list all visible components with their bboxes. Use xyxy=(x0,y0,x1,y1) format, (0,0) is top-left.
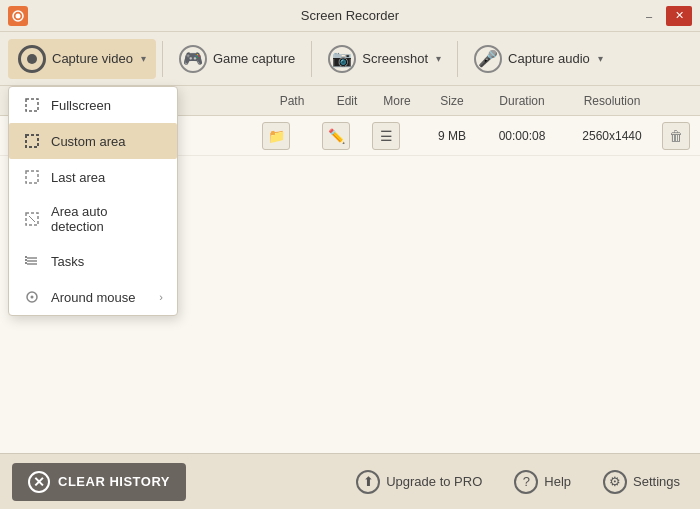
menu-item-area-auto[interactable]: Area auto detection xyxy=(9,195,177,243)
screenshot-icon: 📷 xyxy=(328,45,356,73)
th-size: Size xyxy=(422,94,482,108)
screenshot-label: Screenshot xyxy=(362,51,428,66)
svg-rect-4 xyxy=(26,171,38,183)
capture-audio-label: Capture audio xyxy=(508,51,590,66)
clear-history-icon: ✕ xyxy=(28,471,50,493)
menu-item-fullscreen[interactable]: Fullscreen xyxy=(9,87,177,123)
row-path-cell: 📁 xyxy=(262,122,322,150)
upgrade-label: Upgrade to PRO xyxy=(386,474,482,489)
title-bar: Screen Recorder – ✕ xyxy=(0,0,700,32)
fullscreen-label: Fullscreen xyxy=(51,98,111,113)
edit-button[interactable]: ✏️ xyxy=(322,122,350,150)
area-auto-label: Area auto detection xyxy=(51,204,163,234)
capture-video-button[interactable]: Capture video ▾ xyxy=(8,39,156,79)
separator-3 xyxy=(457,41,458,77)
custom-area-label: Custom area xyxy=(51,134,125,149)
svg-rect-11 xyxy=(25,259,27,261)
settings-button[interactable]: ⚙ Settings xyxy=(595,466,688,498)
app-icon xyxy=(8,6,28,26)
area-auto-icon xyxy=(23,210,41,228)
svg-point-14 xyxy=(31,296,34,299)
game-capture-label: Game capture xyxy=(213,51,295,66)
capture-video-arrow: ▾ xyxy=(141,53,146,64)
around-mouse-arrow: › xyxy=(159,291,163,303)
title-bar-left xyxy=(8,6,28,26)
separator-1 xyxy=(162,41,163,77)
svg-rect-3 xyxy=(26,135,38,147)
capture-audio-icon: 🎤 xyxy=(474,45,502,73)
help-icon: ? xyxy=(514,470,538,494)
tasks-icon xyxy=(23,252,41,270)
upgrade-icon: ⬆ xyxy=(356,470,380,494)
capture-video-icon xyxy=(18,45,46,73)
menu-item-last-area[interactable]: Last area xyxy=(9,159,177,195)
custom-area-icon xyxy=(23,132,41,150)
upgrade-button[interactable]: ⬆ Upgrade to PRO xyxy=(348,466,490,498)
row-duration: 00:00:08 xyxy=(482,129,562,143)
th-edit: Edit xyxy=(322,94,372,108)
capture-audio-arrow: ▾ xyxy=(598,53,603,64)
toolbar: Capture video ▾ 🎮 Game capture 📷 Screens… xyxy=(0,32,700,86)
svg-rect-2 xyxy=(26,99,38,111)
close-button[interactable]: ✕ xyxy=(666,6,692,26)
separator-2 xyxy=(311,41,312,77)
around-mouse-label: Around mouse xyxy=(51,290,136,305)
help-label: Help xyxy=(544,474,571,489)
row-delete-cell: 🗑 xyxy=(662,122,692,150)
row-resolution: 2560x1440 xyxy=(562,129,662,143)
capture-audio-button[interactable]: 🎤 Capture audio ▾ xyxy=(464,39,613,79)
fullscreen-icon xyxy=(23,96,41,114)
bottom-right-actions: ⬆ Upgrade to PRO ? Help ⚙ Settings xyxy=(348,466,688,498)
settings-icon: ⚙ xyxy=(603,470,627,494)
clear-history-label: CLEAR HISTORY xyxy=(58,474,170,489)
row-edit-cell: ✏️ xyxy=(322,122,372,150)
th-more: More xyxy=(372,94,422,108)
th-resolution: Resolution xyxy=(562,94,662,108)
open-path-button[interactable]: 📁 xyxy=(262,122,290,150)
screenshot-button[interactable]: 📷 Screenshot ▾ xyxy=(318,39,451,79)
minimize-button[interactable]: – xyxy=(636,6,662,26)
row-more-cell: ☰ xyxy=(372,122,422,150)
bottom-bar: ✕ CLEAR HISTORY ⬆ Upgrade to PRO ? Help … xyxy=(0,453,700,509)
title-controls: – ✕ xyxy=(636,6,692,26)
svg-line-6 xyxy=(29,216,35,222)
window-title: Screen Recorder xyxy=(301,8,399,23)
th-duration: Duration xyxy=(482,94,562,108)
row-size: 9 MB xyxy=(422,129,482,143)
menu-item-tasks[interactable]: Tasks xyxy=(9,243,177,279)
svg-rect-10 xyxy=(25,256,27,258)
help-button[interactable]: ? Help xyxy=(506,466,579,498)
last-area-label: Last area xyxy=(51,170,105,185)
th-path: Path xyxy=(262,94,322,108)
svg-point-1 xyxy=(16,13,21,18)
svg-rect-12 xyxy=(25,262,27,264)
settings-label: Settings xyxy=(633,474,680,489)
last-area-icon xyxy=(23,168,41,186)
delete-button[interactable]: 🗑 xyxy=(662,122,690,150)
tasks-label: Tasks xyxy=(51,254,84,269)
screenshot-arrow: ▾ xyxy=(436,53,441,64)
menu-item-around-mouse[interactable]: Around mouse › xyxy=(9,279,177,315)
game-capture-icon: 🎮 xyxy=(179,45,207,73)
menu-item-custom-area[interactable]: Custom area xyxy=(9,123,177,159)
clear-history-button[interactable]: ✕ CLEAR HISTORY xyxy=(12,463,186,501)
capture-video-label: Capture video xyxy=(52,51,133,66)
capture-mode-dropdown: Fullscreen Custom area Last area Area au… xyxy=(8,86,178,316)
game-capture-button[interactable]: 🎮 Game capture xyxy=(169,39,305,79)
around-mouse-icon xyxy=(23,288,41,306)
more-button[interactable]: ☰ xyxy=(372,122,400,150)
